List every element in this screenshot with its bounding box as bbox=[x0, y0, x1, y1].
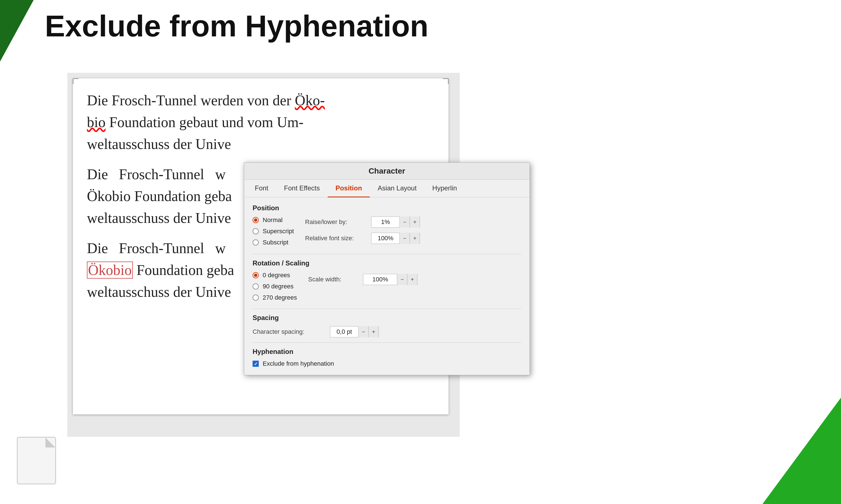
dialog-body: Position Normal Superscript Subscript bbox=[244, 197, 530, 374]
radio-270deg-btn[interactable] bbox=[253, 294, 259, 301]
tab-hyperlink[interactable]: Hyperlin bbox=[425, 180, 465, 197]
para3-line2: Ökobio Foundation geba bbox=[87, 262, 234, 278]
relative-font-spinbox[interactable]: 100% − + bbox=[371, 233, 420, 244]
exclude-hyphenation-checkbox[interactable] bbox=[253, 361, 259, 367]
radio-270deg[interactable]: 270 degrees bbox=[253, 294, 297, 301]
para2-line2: Ökobio Foundation geba bbox=[87, 188, 232, 204]
relative-font-value: 100% bbox=[372, 235, 399, 242]
dialog-title: Character bbox=[368, 167, 405, 176]
char-spacing-spinbox[interactable]: 0,0 pt − + bbox=[330, 326, 379, 337]
position-options: Normal Superscript Subscript bbox=[253, 216, 294, 246]
page-corner-tl bbox=[73, 78, 79, 84]
radio-subscript-btn[interactable] bbox=[253, 239, 259, 246]
radio-0deg-btn[interactable] bbox=[253, 272, 259, 278]
para1-line3: weltausschuss der Unive bbox=[87, 136, 231, 152]
scale-width-decrement[interactable]: − bbox=[397, 274, 407, 285]
scale-width-value: 100% bbox=[363, 276, 397, 283]
dialog-tabs: Font Font Effects Position Asian Layout … bbox=[244, 180, 530, 197]
hyphenation-section: Hyphenation Exclude from hyphenation bbox=[253, 348, 521, 367]
spellcheck-oeko: Öko- bbox=[295, 92, 325, 108]
radio-subscript-label: Subscript bbox=[263, 239, 289, 246]
radio-90deg[interactable]: 90 degrees bbox=[253, 283, 297, 290]
char-spacing-label: Character spacing: bbox=[253, 328, 325, 336]
radio-superscript[interactable]: Superscript bbox=[253, 228, 294, 235]
libreoffice-icon bbox=[17, 437, 62, 487]
corner-decoration-br bbox=[762, 398, 841, 504]
char-spacing-decrement[interactable]: − bbox=[358, 326, 368, 337]
radio-0deg[interactable]: 0 degrees bbox=[253, 272, 297, 279]
radio-subscript[interactable]: Subscript bbox=[253, 239, 294, 246]
raise-lower-spinbox[interactable]: 1% − + bbox=[371, 216, 420, 228]
raise-lower-row: Raise/lower by: 1% − + bbox=[305, 216, 521, 228]
spacing-row: Character spacing: 0,0 pt − + bbox=[253, 326, 521, 337]
relative-font-decrement[interactable]: − bbox=[399, 233, 410, 244]
spacing-section-title: Spacing bbox=[253, 314, 521, 322]
relative-font-label: Relative font size: bbox=[305, 235, 367, 242]
raise-lower-decrement[interactable]: − bbox=[399, 216, 410, 228]
rotation-radio-group: 0 degrees 90 degrees 270 degrees bbox=[253, 272, 297, 304]
char-spacing-value: 0,0 pt bbox=[330, 328, 358, 336]
position-section: Normal Superscript Subscript Raise/lower… bbox=[253, 216, 521, 249]
lo-icon-fold bbox=[46, 438, 55, 447]
divider-1 bbox=[253, 254, 521, 254]
para3-line3: weltausschuss der Unive bbox=[87, 284, 231, 300]
dialog-titlebar: Character bbox=[244, 163, 530, 180]
tab-font[interactable]: Font bbox=[247, 180, 276, 197]
radio-0deg-label: 0 degrees bbox=[263, 272, 290, 279]
char-spacing-increment[interactable]: + bbox=[368, 326, 378, 337]
page-corner-tr bbox=[443, 78, 448, 84]
selected-word: Ökobio bbox=[87, 262, 133, 278]
radio-normal[interactable]: Normal bbox=[253, 216, 294, 224]
scale-right-panel: Scale width: 100% − + bbox=[308, 272, 417, 285]
position-right-panel: Raise/lower by: 1% − + Relative font siz… bbox=[305, 216, 521, 249]
position-radio-group: Normal Superscript Subscript bbox=[253, 216, 294, 248]
paragraph-1: Die Frosch-Tunnel werden von der Öko- bi… bbox=[87, 90, 434, 155]
lo-icon-inner bbox=[17, 437, 56, 484]
position-section-title: Position bbox=[253, 204, 521, 212]
spellcheck-bio: bio bbox=[87, 114, 105, 130]
radio-superscript-label: Superscript bbox=[263, 228, 294, 235]
relative-font-row: Relative font size: 100% − + bbox=[305, 233, 521, 244]
tab-font-effects[interactable]: Font Effects bbox=[276, 180, 328, 197]
para2-line1: Die Frosch-Tunnel w bbox=[87, 166, 226, 182]
radio-normal-btn[interactable] bbox=[253, 217, 259, 223]
raise-lower-increment[interactable]: + bbox=[410, 216, 420, 228]
radio-90deg-label: 90 degrees bbox=[263, 283, 293, 290]
tab-asian-layout[interactable]: Asian Layout bbox=[370, 180, 425, 197]
radio-270deg-label: 270 degrees bbox=[263, 294, 297, 301]
scale-width-label: Scale width: bbox=[308, 276, 359, 283]
radio-normal-label: Normal bbox=[263, 216, 282, 224]
radio-90deg-btn[interactable] bbox=[253, 283, 259, 289]
character-dialog: Character Font Font Effects Position Asi… bbox=[244, 162, 530, 375]
exclude-hyphenation-row[interactable]: Exclude from hyphenation bbox=[253, 360, 521, 367]
para1-line2: bio Foundation gebaut und vom Um- bbox=[87, 114, 304, 130]
scale-width-spinbox[interactable]: 100% − + bbox=[363, 274, 417, 285]
rotation-section-title: Rotation / Scaling bbox=[253, 259, 521, 267]
page-title: Exclude from Hyphenation bbox=[45, 8, 428, 43]
relative-font-increment[interactable]: + bbox=[410, 233, 420, 244]
exclude-hyphenation-label: Exclude from hyphenation bbox=[263, 360, 334, 367]
hyphenation-section-title: Hyphenation bbox=[253, 348, 521, 356]
tab-position[interactable]: Position bbox=[328, 180, 370, 197]
raise-lower-label: Raise/lower by: bbox=[305, 218, 367, 226]
radio-superscript-btn[interactable] bbox=[253, 228, 259, 234]
para3-line1: Die Frosch-Tunnel w bbox=[87, 240, 226, 256]
divider-3 bbox=[253, 342, 521, 343]
corner-decoration-tl bbox=[0, 0, 34, 61]
scale-width-increment[interactable]: + bbox=[407, 274, 417, 285]
rotation-section: 0 degrees 90 degrees 270 degrees Scale w… bbox=[253, 272, 521, 304]
rotation-options: 0 degrees 90 degrees 270 degrees bbox=[253, 272, 297, 301]
para2-line3: weltausschuss der Unive bbox=[87, 210, 231, 226]
para1-line1: Die Frosch-Tunnel werden von der Öko- bbox=[87, 92, 325, 108]
raise-lower-value: 1% bbox=[372, 218, 399, 226]
